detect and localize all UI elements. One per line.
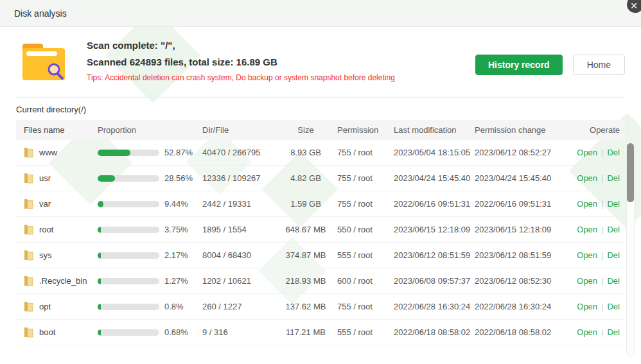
folder-scan-icon [18, 39, 69, 89]
proportion-value: 28.56% [164, 173, 193, 183]
operate-separator: | [601, 199, 603, 209]
proportion-bar [98, 252, 159, 259]
proportion-value: 2.17% [164, 250, 188, 260]
file-name: opt [39, 302, 51, 311]
folder-icon [24, 198, 33, 209]
scan-complete-line: Scan complete: "/", [87, 37, 395, 54]
operate-separator: | [601, 225, 603, 234]
table-row: .Recycle_bin 1.27% 1202 / 10621 218.93 M… [16, 268, 625, 294]
permission-change-value: 2022/06/16 09:51:31 [475, 199, 561, 209]
folder-icon [24, 275, 33, 286]
permission-value: 755 / root [335, 302, 394, 311]
table-header-row: Files name Proportion Dir/File Size Perm… [16, 120, 625, 140]
operate-separator: | [601, 327, 603, 337]
permission-value: 555 / root [335, 327, 394, 337]
folder-icon [24, 327, 33, 338]
del-link[interactable]: Del [607, 199, 620, 209]
proportion-value: 0.68% [164, 327, 188, 337]
folder-icon [24, 173, 33, 184]
operate-separator: | [601, 276, 603, 286]
file-name: sys [39, 250, 52, 260]
permission-change-value: 2023/06/15 12:18:09 [475, 225, 561, 234]
files-table: Files name Proportion Dir/File Size Perm… [16, 120, 625, 345]
dir-file-count: 9 / 316 [200, 327, 277, 337]
proportion-value: 52.87% [164, 148, 193, 157]
table-row: www 52.87% 40470 / 266795 8.93 GB 755 / … [16, 140, 625, 166]
dir-file-count: 1895 / 1554 [200, 225, 277, 234]
header-proportion: Proportion [92, 125, 200, 135]
dir-file-count: 12336 / 109267 [200, 173, 277, 183]
open-link[interactable]: Open [577, 302, 597, 311]
window-titlebar: Disk analysis [0, 0, 641, 27]
open-link[interactable]: Open [577, 173, 597, 183]
operate-separator: | [601, 302, 603, 311]
scan-total-line: Scanned 624893 files, total size: 16.89 … [87, 54, 395, 71]
last-modification-value: 2023/05/04 18:15:05 [394, 148, 475, 157]
last-modification-value: 2023/04/24 15:45:40 [394, 173, 475, 183]
close-icon: ✕ [630, 1, 638, 11]
header-actions: History record Home [475, 55, 625, 75]
size-value: 648.67 MB [277, 225, 335, 234]
table-row: root 3.75% 1895 / 1554 648.67 MB 550 / r… [16, 217, 625, 243]
open-link[interactable]: Open [577, 199, 597, 209]
home-button[interactable]: Home [573, 55, 625, 75]
open-link[interactable]: Open [577, 250, 597, 260]
del-link[interactable]: Del [607, 250, 620, 260]
open-link[interactable]: Open [577, 276, 597, 286]
last-modification-value: 2023/06/12 08:51:59 [394, 250, 475, 260]
size-value: 8.93 GB [277, 148, 335, 157]
proportion-value: 1.27% [164, 276, 188, 286]
current-directory-label: Current directory(/) [16, 105, 625, 114]
permission-change-value: 2023/06/12 08:51:59 [475, 250, 561, 260]
header-last-modification: Last modification [394, 125, 475, 135]
del-link[interactable]: Del [607, 173, 620, 183]
scan-info: Scan complete: "/", Scanned 624893 files… [87, 37, 395, 83]
open-link[interactable]: Open [577, 148, 597, 157]
proportion-value: 0.8% [164, 302, 184, 311]
dir-file-count: 1202 / 10621 [200, 276, 277, 286]
open-link[interactable]: Open [577, 327, 597, 337]
proportion-bar [98, 227, 159, 233]
last-modification-value: 2023/06/15 12:18:09 [394, 225, 475, 234]
header-permission: Permission [335, 125, 394, 135]
vertical-scrollbar-thumb[interactable] [627, 143, 634, 202]
table-row: boot 0.68% 9 / 316 117.21 MB 555 / root … [16, 320, 625, 345]
file-name: var [39, 199, 51, 209]
header-permission-change: Permission change [475, 125, 561, 135]
header-files-name: Files name [16, 125, 92, 135]
history-record-button[interactable]: History record [475, 55, 563, 75]
vertical-scrollbar-track[interactable] [626, 143, 635, 356]
permission-change-value: 2022/06/28 16:30:24 [475, 302, 561, 311]
header-size: Size [277, 125, 335, 135]
proportion-bar [98, 175, 159, 182]
folder-icon [24, 250, 33, 261]
folder-icon [24, 224, 33, 235]
file-name: root [39, 225, 53, 234]
proportion-bar [98, 304, 159, 310]
del-link[interactable]: Del [607, 327, 620, 337]
permission-change-value: 2023/06/12 08:52:30 [475, 276, 561, 286]
last-modification-value: 2022/06/16 09:51:31 [394, 199, 475, 209]
operate-separator: | [601, 250, 603, 260]
proportion-bar [98, 278, 159, 284]
size-value: 117.21 MB [277, 327, 335, 337]
del-link[interactable]: Del [607, 225, 620, 234]
permission-value: 755 / root [335, 148, 394, 157]
table-row: opt 0.8% 260 / 1227 137.62 MB 755 / root… [16, 294, 625, 320]
permission-change-value: 2023/04/24 15:45:40 [475, 173, 561, 183]
dir-file-count: 260 / 1227 [200, 302, 277, 311]
table-row: usr 28.56% 12336 / 109267 4.82 GB 755 / … [16, 166, 625, 191]
file-name: boot [39, 327, 55, 337]
file-name: usr [39, 173, 51, 183]
del-link[interactable]: Del [607, 276, 620, 286]
del-link[interactable]: Del [607, 302, 620, 311]
size-value: 137.62 MB [277, 302, 335, 311]
header-dir-file: Dir/File [200, 125, 277, 135]
size-value: 218.93 MB [277, 276, 335, 286]
proportion-value: 9.44% [164, 199, 188, 209]
del-link[interactable]: Del [607, 148, 620, 157]
permission-change-value: 2023/06/12 08:52:27 [475, 148, 561, 157]
permission-value: 755 / root [335, 199, 394, 209]
open-link[interactable]: Open [577, 225, 597, 234]
operate-separator: | [601, 173, 603, 183]
